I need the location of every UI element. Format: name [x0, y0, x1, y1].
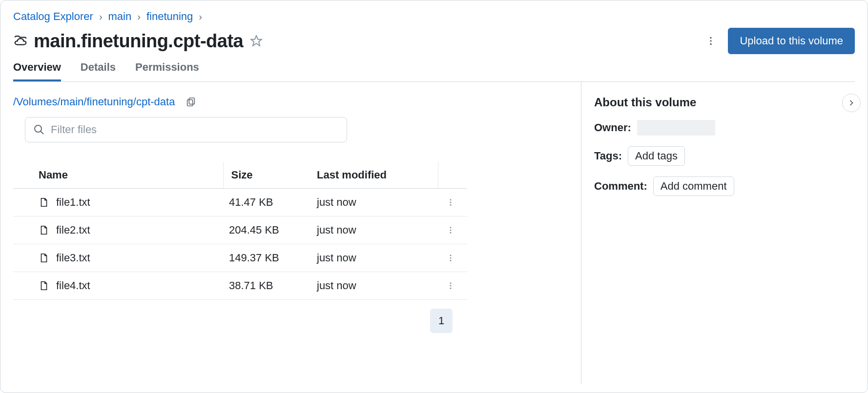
svg-point-6	[35, 125, 41, 132]
about-volume-heading: About this volume	[594, 96, 850, 109]
collapse-panel-button[interactable]	[842, 94, 861, 112]
more-actions-button[interactable]	[703, 34, 718, 48]
row-actions-button[interactable]	[444, 223, 457, 237]
svg-point-13	[450, 232, 452, 234]
column-header-size[interactable]: Size	[223, 162, 311, 189]
svg-rect-5	[187, 99, 193, 106]
svg-point-11	[450, 227, 452, 228]
svg-point-18	[450, 285, 452, 287]
file-icon	[39, 280, 49, 291]
table-row[interactable]: file3.txt 149.37 KB just now	[13, 244, 467, 272]
breadcrumb-catalog-explorer[interactable]: Catalog Explorer	[13, 10, 93, 23]
tab-permissions[interactable]: Permissions	[135, 61, 199, 81]
add-comment-button[interactable]: Add comment	[653, 177, 734, 196]
file-modified: just now	[311, 216, 438, 244]
file-icon	[39, 253, 49, 263]
files-table: Name Size Last modified file1.txt 41.47 …	[13, 162, 467, 300]
breadcrumb: Catalog Explorer › main › finetuning ›	[13, 10, 855, 23]
file-name: file1.txt	[56, 196, 90, 209]
copy-path-button[interactable]	[186, 97, 196, 107]
tab-overview[interactable]: Overview	[13, 61, 61, 81]
breadcrumb-main[interactable]: main	[108, 10, 132, 23]
column-header-name[interactable]: Name	[13, 162, 223, 189]
tab-details[interactable]: Details	[81, 61, 116, 81]
table-row[interactable]: file4.txt 38.71 KB just now	[13, 272, 467, 300]
table-row[interactable]: file1.txt 41.47 KB just now	[13, 189, 467, 216]
tags-label: Tags:	[594, 150, 622, 162]
add-tags-button[interactable]: Add tags	[628, 146, 685, 166]
owner-value	[637, 120, 715, 136]
file-modified: just now	[311, 272, 438, 300]
row-actions-button[interactable]	[444, 251, 457, 265]
svg-point-9	[450, 202, 452, 203]
file-modified: just now	[311, 244, 438, 272]
file-name: file4.txt	[56, 279, 90, 292]
svg-point-8	[450, 199, 452, 200]
page-1-button[interactable]: 1	[430, 309, 453, 333]
column-header-modified[interactable]: Last modified	[311, 162, 438, 189]
file-icon	[39, 225, 49, 236]
svg-point-12	[450, 230, 452, 231]
favorite-star-button[interactable]	[249, 34, 264, 48]
chevron-right-icon: ›	[99, 11, 103, 22]
upload-button[interactable]: Upload to this volume	[728, 28, 855, 54]
chevron-right-icon: ›	[199, 11, 202, 22]
svg-line-7	[41, 131, 43, 134]
file-modified: just now	[311, 189, 438, 216]
volume-cloud-icon	[13, 34, 28, 48]
owner-label: Owner:	[594, 121, 631, 134]
svg-point-15	[450, 257, 452, 259]
file-size: 38.71 KB	[223, 272, 311, 300]
svg-point-3	[710, 43, 712, 45]
svg-point-14	[450, 255, 452, 256]
column-header-actions	[438, 162, 467, 189]
file-name: file3.txt	[56, 252, 90, 264]
file-size: 41.47 KB	[223, 189, 311, 216]
file-size: 149.37 KB	[223, 244, 311, 272]
row-actions-button[interactable]	[444, 196, 457, 209]
svg-point-17	[450, 282, 452, 284]
svg-marker-0	[251, 36, 262, 46]
chevron-right-icon: ›	[137, 11, 141, 22]
svg-point-19	[450, 288, 452, 289]
row-actions-button[interactable]	[444, 279, 457, 293]
filter-files-input[interactable]	[51, 123, 339, 136]
file-name: file2.txt	[56, 224, 90, 236]
tab-bar: Overview Details Permissions	[13, 61, 855, 82]
comment-label: Comment:	[594, 180, 647, 193]
svg-point-1	[710, 37, 712, 39]
file-size: 204.45 KB	[223, 216, 311, 244]
svg-point-2	[710, 40, 712, 42]
breadcrumb-finetuning[interactable]: finetuning	[146, 10, 193, 23]
volume-path-link[interactable]: /Volumes/main/finetuning/cpt-data	[13, 96, 175, 108]
svg-point-16	[450, 260, 452, 261]
svg-point-10	[450, 204, 452, 206]
pagination: 1	[13, 309, 453, 333]
svg-rect-4	[189, 98, 195, 104]
search-icon	[33, 124, 45, 136]
page-title: main.finetuning.cpt-data	[34, 31, 243, 52]
filter-files-field[interactable]	[25, 117, 347, 142]
file-icon	[39, 197, 49, 208]
table-row[interactable]: file2.txt 204.45 KB just now	[13, 216, 467, 244]
